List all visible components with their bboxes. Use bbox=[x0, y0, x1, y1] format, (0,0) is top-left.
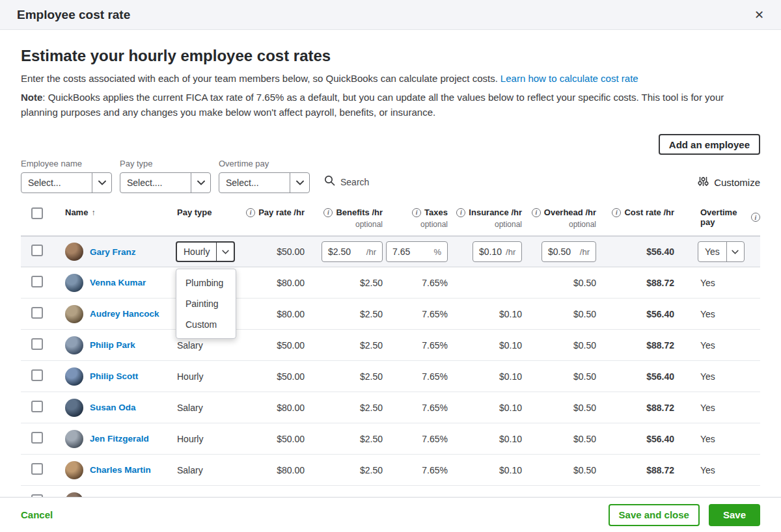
avatar bbox=[65, 399, 83, 417]
filter-label: Overtime pay bbox=[219, 159, 310, 168]
benefits-input[interactable]: $2.50/hr bbox=[322, 241, 383, 262]
intro-note: Note: QuickBooks applies the current FIC… bbox=[21, 90, 760, 120]
overhead-input[interactable]: $0.50/hr bbox=[541, 241, 596, 262]
note-label: Note bbox=[21, 92, 42, 103]
checkbox-cell bbox=[21, 463, 49, 477]
row-checkbox[interactable] bbox=[31, 245, 43, 256]
column-label: Benefits /hr bbox=[336, 207, 383, 217]
row-overtime-select[interactable]: Yes bbox=[698, 241, 745, 262]
taxes-cell: 7.65% bbox=[383, 371, 448, 382]
search-input[interactable] bbox=[340, 177, 412, 187]
taxes-input[interactable]: 7.65% bbox=[386, 241, 448, 262]
cost-rate-cell: $88.72 bbox=[596, 340, 674, 351]
taxes-cell: 7.65% bbox=[383, 434, 448, 444]
info-icon[interactable]: i bbox=[412, 208, 421, 217]
table-row: Susan Oda Salary $80.00 $2.50 7.65% $0.1… bbox=[21, 392, 760, 423]
table-row: Charles Martin Salary $80.00 $2.50 7.65%… bbox=[21, 455, 760, 486]
benefits-cell: $2.50 bbox=[305, 340, 383, 351]
benefits-cell: $2.50/hr bbox=[305, 241, 383, 262]
row-checkbox[interactable] bbox=[31, 369, 43, 381]
column-header-name[interactable]: Name ↑ bbox=[49, 207, 160, 217]
row-checkbox[interactable] bbox=[31, 338, 43, 350]
taxes-cell: 7.65% bbox=[383, 241, 448, 262]
pay-rate-cell: $50.00 bbox=[232, 371, 305, 382]
row-checkbox[interactable] bbox=[31, 432, 43, 444]
benefits-cell: $2.50 bbox=[305, 278, 383, 288]
row-pay-type-select[interactable]: Hourly bbox=[176, 241, 235, 262]
intro-description: Enter the costs associated with each of … bbox=[21, 72, 760, 85]
name-cell: Susan Oda bbox=[49, 399, 160, 417]
employee-name-link[interactable]: Philip Scott bbox=[90, 371, 138, 381]
taxes-cell: 7.65% bbox=[383, 278, 448, 288]
name-cell: Philip Park bbox=[49, 336, 160, 354]
info-icon[interactable]: i bbox=[612, 208, 621, 217]
column-label: Overtime pay bbox=[700, 207, 748, 227]
employee-name-link[interactable]: Charles Martin bbox=[90, 465, 151, 475]
info-icon[interactable]: i bbox=[751, 213, 760, 222]
benefits-cell: $2.50 bbox=[305, 309, 383, 319]
pay-type-select[interactable]: Select.... bbox=[120, 172, 211, 193]
avatar bbox=[65, 305, 83, 323]
pay-rate-cell: $50.00 bbox=[232, 246, 305, 257]
employee-name-link[interactable]: Venna Kumar bbox=[90, 278, 146, 287]
pay-type-option[interactable]: Plumbing bbox=[176, 273, 236, 293]
benefits-cell: $2.50 bbox=[305, 403, 383, 413]
modal-header: Employee cost rate ✕ bbox=[0, 0, 781, 30]
employee-name-select[interactable]: Select... bbox=[21, 172, 112, 193]
avatar bbox=[65, 461, 83, 479]
select-value: Select.... bbox=[120, 178, 191, 188]
select-all-checkbox[interactable] bbox=[31, 207, 43, 219]
row-checkbox[interactable] bbox=[31, 276, 43, 287]
insurance-cell: $0.10 bbox=[448, 309, 522, 319]
row-checkbox[interactable] bbox=[31, 463, 43, 475]
insurance-cell: $0.10 bbox=[448, 465, 522, 475]
add-employee-button[interactable]: Add an employee bbox=[659, 134, 760, 155]
close-icon[interactable]: ✕ bbox=[754, 8, 764, 22]
table-body: Venna Kumar $80.00 $2.50 7.65% $0.50 $88… bbox=[21, 267, 760, 517]
pay-type-option[interactable]: Custom bbox=[176, 314, 236, 335]
table-row-editing: Gary Franz Hourly PlumbingPaintingCustom… bbox=[21, 236, 760, 267]
info-icon[interactable]: i bbox=[532, 208, 541, 217]
save-button[interactable]: Save bbox=[709, 504, 760, 526]
optional-label: optional bbox=[495, 220, 522, 229]
employee-name-link[interactable]: Susan Oda bbox=[90, 403, 136, 412]
filter-bar: Employee name Select... Pay type Select.… bbox=[21, 159, 760, 193]
pay-type-option[interactable]: Painting bbox=[176, 293, 236, 314]
select-value: Hourly bbox=[177, 246, 216, 257]
row-checkbox[interactable] bbox=[31, 401, 43, 412]
taxes-cell: 7.65% bbox=[383, 309, 448, 319]
column-header-pay-type: Pay type bbox=[160, 207, 232, 217]
note-text: : QuickBooks applies the current FICA ta… bbox=[21, 92, 724, 118]
optional-label: optional bbox=[569, 220, 596, 229]
name-cell: Venna Kumar bbox=[49, 274, 160, 292]
table-row: Philip Scott Hourly $50.00 $2.50 7.65% $… bbox=[21, 361, 760, 392]
cancel-button[interactable]: Cancel bbox=[21, 509, 53, 520]
employee-name-link[interactable]: Audrey Hancock bbox=[90, 309, 159, 319]
column-label: Insurance /hr bbox=[469, 207, 522, 217]
learn-link[interactable]: Learn how to calculate cost rate bbox=[500, 73, 638, 84]
avatar bbox=[65, 367, 83, 386]
employee-name-link[interactable]: Philip Park bbox=[90, 340, 135, 350]
overhead-cell: $0.50 bbox=[522, 278, 596, 288]
info-icon[interactable]: i bbox=[323, 208, 333, 217]
column-header-taxes: iTaxes optional bbox=[383, 207, 448, 229]
select-value: Select... bbox=[21, 178, 92, 188]
employee-name-link[interactable]: Jen Fitzgerald bbox=[90, 434, 149, 444]
input-value: $2.50 bbox=[328, 246, 351, 257]
column-label: Cost rate /hr bbox=[624, 207, 674, 217]
checkbox-cell bbox=[21, 307, 49, 321]
row-checkbox[interactable] bbox=[31, 307, 43, 319]
customize-button[interactable]: Customize bbox=[698, 176, 760, 189]
benefits-cell: $2.50 bbox=[305, 371, 383, 382]
overtime-pay-select[interactable]: Select... bbox=[219, 172, 310, 193]
insurance-input[interactable]: $0.10/hr bbox=[473, 241, 522, 262]
info-icon[interactable]: i bbox=[246, 208, 255, 217]
column-header-cost-rate: iCost rate /hr bbox=[596, 207, 674, 217]
chevron-down-icon bbox=[191, 173, 210, 193]
checkbox-cell bbox=[21, 245, 49, 259]
info-icon[interactable]: i bbox=[456, 208, 465, 217]
employee-name-link[interactable]: Gary Franz bbox=[90, 247, 136, 257]
column-header-overhead: iOverhead /hr optional bbox=[522, 207, 596, 229]
save-and-close-button[interactable]: Save and close bbox=[609, 504, 700, 526]
chevron-down-icon bbox=[290, 173, 309, 193]
